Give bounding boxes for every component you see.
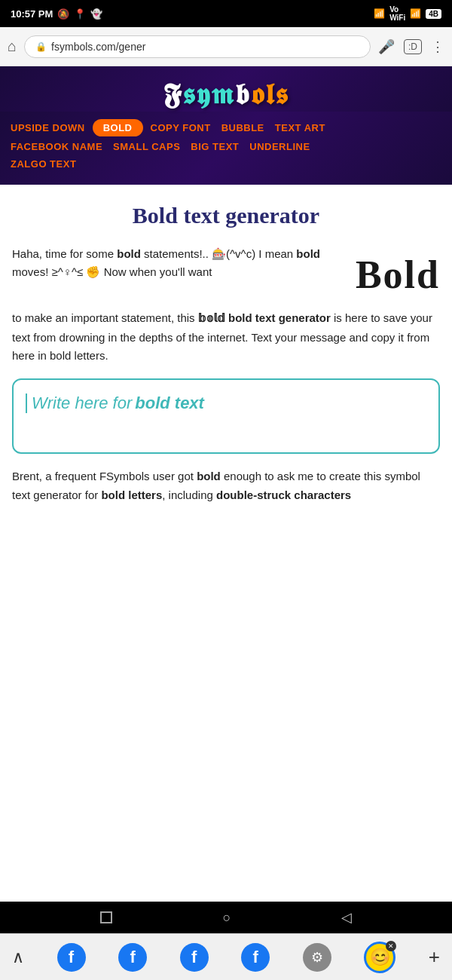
menu-dots[interactable]: ⋮ [431,38,444,55]
nav-zalgo-text[interactable]: ZALGO TEXT [8,157,79,171]
facebook-icon-4: f [241,943,270,972]
nav-row-3: ZALGO TEXT [8,157,444,171]
sec-bold-1: bold [197,470,221,482]
signal-icon: 📶 [374,8,385,19]
desc-bold-2: bold [296,247,320,260]
status-left: 10:57 PM 🔕 📍 👻 [11,8,102,20]
nav-row-1: UPSIDE DOWN BOLD COPY FONT BUBBLE TEXT A… [8,119,444,136]
facebook-icon-1: f [57,943,86,972]
placeholder-text-1: Write here for [32,394,132,413]
lock-icon: 🔒 [35,41,47,52]
facebook-icon-2: f [118,943,147,972]
nav-row-2: FACEBOOK NAME SMALL CAPS BIG TEXT UNDERL… [8,139,444,154]
desc-text-1: Haha, time for some [12,247,117,260]
desc-text-2: statements!.. 🎰(^v^c) I mean [141,247,296,260]
sec-text-3: , including [162,488,216,501]
mic-icon[interactable]: 🎤 [378,38,395,55]
status-right: 📶 VoWiFi 📶 4B [374,5,441,22]
text-input-area[interactable]: Write here for bold text [12,378,440,454]
cursor [26,394,27,413]
smiley-button[interactable]: :D [404,39,422,54]
settings-icon: ⚙ [303,943,331,972]
android-square-icon [100,911,112,923]
main-content: Bold text generator Haha, time for some … [0,185,452,517]
nav-underline[interactable]: UNDERLINE [246,139,313,154]
nav-facebook-name[interactable]: FACEBOOK NAME [8,139,105,154]
emoji-close-icon: ✕ [386,941,396,951]
nav-menu: UPSIDE DOWN BOLD COPY FONT BUBBLE TEXT A… [0,112,452,185]
nav-upside-down[interactable]: UPSIDE DOWN [8,121,88,135]
chevron-up-icon: ∧ [12,948,24,967]
emoji-button[interactable]: 😊 ✕ [364,942,396,973]
settings-button[interactable]: ⚙ [303,943,331,972]
nav-small-caps[interactable]: SMALL CAPS [110,139,183,154]
android-back-icon[interactable]: ◁ [341,909,352,926]
desc-text-3: moves! ≥^♀^≤ ✊ Now when you'll want [12,265,212,278]
nav-bubble[interactable]: BUBBLE [218,121,267,135]
intro-left: Haha, time for some bold statements!.. 🎰… [12,245,344,295]
site-header: 𝕱𝖘𝖞𝖒𝖇𝖔𝖑𝖘 [0,66,452,112]
location-icon: 📍 [74,8,86,20]
description-paragraph: Haha, time for some bold statements!.. 🎰… [12,245,344,281]
home-icon[interactable]: ⌂ [8,38,17,55]
nav-text-art[interactable]: TEXT ART [272,121,328,135]
facebook-button-2[interactable]: f [118,943,147,972]
placeholder-bold: bold text [135,394,204,413]
sec-bold-2: bold letters [101,488,162,501]
wifi-icon: 📶 [410,8,421,19]
intro-section: Haha, time for some bold statements!.. 🎰… [12,245,440,297]
sec-bold-3: double-struck characters [216,488,351,501]
browser-icons: 🎤 :D ⋮ [378,38,444,55]
secondary-description: Brent, a frequent FSymbols user got bold… [12,467,440,505]
status-time: 10:57 PM [11,8,53,20]
description-full: to make an important statement, this 𝕓𝕠𝕝… [12,309,440,365]
url-bar[interactable]: 🔒 fsymbols.com/gener [24,35,371,58]
browser-bar: ⌂ 🔒 fsymbols.com/gener 🎤 :D ⋮ [0,27,452,66]
facebook-button-3[interactable]: f [180,943,209,972]
facebook-button-4[interactable]: f [241,943,270,972]
desc-bold-1: bold [117,247,141,260]
desc-bold-3: bold text generator [228,311,331,324]
plus-icon: + [429,945,440,969]
page-title: Bold text generator [12,203,440,228]
android-home-icon[interactable]: ○ [223,910,231,926]
status-bar: 10:57 PM 🔕 📍 👻 📶 VoWiFi 📶 4B [0,0,452,27]
alarm-icon: 🔕 [57,8,69,20]
bold-display-text: Bold [356,245,440,297]
url-text: fsymbols.com/gener [51,41,145,53]
nav-copy-font[interactable]: COPY FONT [148,121,214,135]
nav-bold[interactable]: BOLD [93,119,143,136]
sec-text-1: Brent, a frequent FSymbols user got [12,470,197,482]
facebook-icon-3: f [180,943,209,972]
double-struck-bold: 𝕓𝕠𝕝𝕕 [198,313,225,326]
chevron-up-button[interactable]: ∧ [12,948,24,967]
facebook-button-1[interactable]: f [57,943,86,972]
input-placeholder: Write here for bold text [26,394,426,413]
wifi-text: VoWiFi [389,5,405,22]
bottom-nav: ∧ f f f f ⚙ 😊 ✕ + [0,933,452,980]
snapchat-icon: 👻 [90,8,102,20]
nav-big-text[interactable]: BIG TEXT [188,139,242,154]
battery-icon: 4B [426,9,441,19]
plus-button[interactable]: + [429,945,440,969]
android-nav-bar: ○ ◁ [0,902,452,933]
emoji-icon: 😊 ✕ [364,942,396,973]
android-recents-icon[interactable] [100,911,112,923]
site-logo: 𝕱𝖘𝖞𝖒𝖇𝖔𝖑𝖘 [163,80,289,109]
